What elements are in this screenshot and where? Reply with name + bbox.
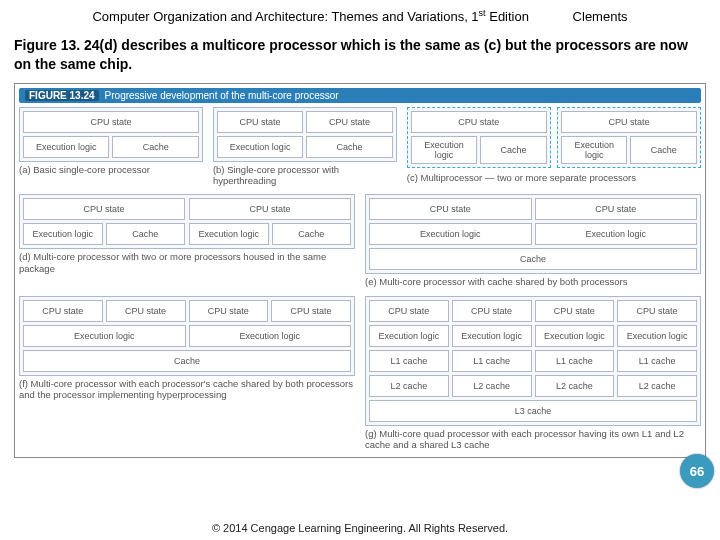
- cache-box: Cache: [23, 350, 351, 372]
- cpu-state-box: CPU state: [369, 198, 532, 220]
- caption-c: (c) Multiprocessor — two or more separat…: [407, 172, 701, 183]
- cpu-state-box: CPU state: [561, 111, 697, 133]
- cpu-state-box: CPU state: [23, 300, 103, 322]
- l3-cache-box: L3 cache: [369, 400, 697, 422]
- cpu-state-box: CPU state: [452, 300, 532, 322]
- caption-f: (f) Multi-core processor with each proce…: [19, 378, 355, 401]
- exec-box: Execution logic: [617, 325, 697, 347]
- caption-g: (g) Multi-core quad processor with each …: [365, 428, 701, 451]
- cache-box: Cache: [369, 248, 697, 270]
- cpu-state-box: CPU state: [189, 198, 351, 220]
- l2-cache-box: L2 cache: [369, 375, 449, 397]
- exec-box: Execution logic: [535, 223, 698, 245]
- exec-box: Execution logic: [452, 325, 532, 347]
- exec-box: Execution logic: [23, 325, 186, 347]
- l2-cache-box: L2 cache: [452, 375, 532, 397]
- cpu-state-box: CPU state: [617, 300, 697, 322]
- exec-box: Execution logic: [23, 223, 103, 245]
- caption-d: (d) Multi-core processor with two or mor…: [19, 251, 355, 274]
- figure-title: Progressive development of the multi-cor…: [105, 90, 339, 101]
- cpu-state-box: CPU state: [23, 111, 199, 133]
- cpu-state-box: CPU state: [271, 300, 351, 322]
- caption-e: (e) Multi-core processor with cache shar…: [365, 276, 701, 287]
- figure-description: Figure 13. 24(d) describes a multicore p…: [0, 28, 720, 82]
- l2-cache-box: L2 cache: [617, 375, 697, 397]
- figure-header: FIGURE 13.24 Progressive development of …: [19, 88, 701, 103]
- edition-sup: st: [479, 8, 486, 18]
- author-name: Clements: [573, 9, 628, 24]
- figure-row-2: CPU state Execution logic Cache CPU stat…: [15, 192, 705, 293]
- caption-b: (b) Single-core processor with hyperthre…: [213, 164, 397, 187]
- cpu-state-box: CPU state: [306, 111, 392, 133]
- cpu-state-box: CPU state: [23, 198, 185, 220]
- cache-box: Cache: [630, 136, 697, 164]
- figure-row-1: CPU state Execution logic Cache (a) Basi…: [15, 105, 705, 193]
- cpu-state-box: CPU state: [189, 300, 269, 322]
- page-number-badge: 66: [680, 454, 714, 488]
- figure-row-3: CPU state CPU state CPU state CPU state …: [15, 294, 705, 457]
- exec-box: Execution logic: [217, 136, 303, 158]
- figure-number: FIGURE 13.24: [25, 90, 99, 101]
- exec-box: Execution logic: [189, 325, 352, 347]
- subfig-c: CPU state Execution logic Cache CPU stat…: [407, 107, 701, 187]
- l1-cache-box: L1 cache: [617, 350, 697, 372]
- exec-box: Execution logic: [189, 223, 269, 245]
- exec-box: Execution logic: [411, 136, 478, 164]
- subfig-d: CPU state Execution logic Cache CPU stat…: [19, 194, 355, 287]
- cpu-state-box: CPU state: [411, 111, 547, 133]
- book-title-b: Edition: [486, 9, 529, 24]
- exec-box: Execution logic: [23, 136, 109, 158]
- exec-box: Execution logic: [369, 325, 449, 347]
- subfig-f: CPU state CPU state CPU state CPU state …: [19, 296, 355, 451]
- cpu-state-box: CPU state: [535, 198, 698, 220]
- exec-box: Execution logic: [369, 223, 532, 245]
- cpu-state-box: CPU state: [217, 111, 303, 133]
- subfig-g: CPU state Execution logic L1 cache L2 ca…: [365, 296, 701, 451]
- cache-box: Cache: [306, 136, 392, 158]
- subfig-b: CPU state CPU state Execution logic Cach…: [213, 107, 397, 187]
- cache-box: Cache: [112, 136, 198, 158]
- cpu-state-box: CPU state: [369, 300, 449, 322]
- book-title-a: Computer Organization and Architecture: …: [92, 9, 478, 24]
- l1-cache-box: L1 cache: [535, 350, 615, 372]
- cpu-state-box: CPU state: [535, 300, 615, 322]
- cache-box: Cache: [480, 136, 547, 164]
- caption-a: (a) Basic single-core processor: [19, 164, 203, 175]
- l1-cache-box: L1 cache: [369, 350, 449, 372]
- exec-box: Execution logic: [535, 325, 615, 347]
- slide-header: Computer Organization and Architecture: …: [0, 0, 720, 28]
- l1-cache-box: L1 cache: [452, 350, 532, 372]
- cache-box: Cache: [272, 223, 352, 245]
- cache-box: Cache: [106, 223, 186, 245]
- exec-box: Execution logic: [561, 136, 628, 164]
- figure-panel: FIGURE 13.24 Progressive development of …: [14, 83, 706, 458]
- subfig-a: CPU state Execution logic Cache (a) Basi…: [19, 107, 203, 187]
- copyright-line: © 2014 Cengage Learning Engineering. All…: [0, 522, 720, 534]
- subfig-e: CPU state Execution logic CPU state Exec…: [365, 194, 701, 287]
- l2-cache-box: L2 cache: [535, 375, 615, 397]
- cpu-state-box: CPU state: [106, 300, 186, 322]
